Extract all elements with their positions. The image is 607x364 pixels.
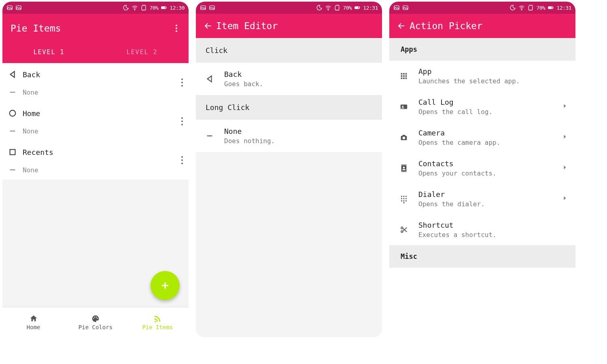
editor-row-long-click-action[interactable]: None Does nothing. — [196, 120, 382, 152]
svg-point-26 — [521, 9, 522, 10]
apps-grid-icon — [397, 72, 411, 80]
svg-point-41 — [403, 137, 405, 139]
dialpad-icon — [397, 195, 411, 203]
item-overflow-button[interactable] — [178, 75, 186, 90]
picker-row-call-log[interactable]: Call LogOpens the call log. — [389, 91, 575, 122]
svg-rect-9 — [10, 150, 15, 155]
picker-row-subtitle: Opens the camera app. — [418, 139, 554, 146]
tab-level-1[interactable]: LEVEL 1 — [2, 43, 96, 63]
svg-rect-45 — [401, 171, 407, 172]
minus-icon — [8, 127, 23, 135]
svg-point-47 — [403, 196, 404, 197]
picker-row-subtitle: Opens the call log. — [418, 108, 554, 116]
app-bar: Item Editor — [196, 14, 382, 38]
editor-row-subtitle: Does nothing. — [224, 137, 275, 145]
pie-item-primary: Back — [23, 70, 40, 79]
svg-point-2 — [134, 9, 135, 10]
status-bar: 70% 12:30 — [2, 2, 189, 14]
svg-rect-44 — [401, 165, 407, 165]
pie-item[interactable]: Home None — [2, 102, 189, 141]
picker-row-app[interactable]: AppLaunches the selected app. — [389, 61, 575, 91]
svg-point-54 — [405, 200, 407, 201]
svg-point-14 — [94, 317, 95, 317]
item-overflow-button[interactable] — [178, 114, 186, 129]
bottom-nav: Home Pie Colors Pie Items — [2, 307, 189, 337]
battery-icon — [161, 4, 167, 11]
page-title: Pie Items — [11, 23, 168, 34]
level-tabs: LEVEL 1 LEVEL 2 — [2, 43, 189, 61]
clock-text: 12:31 — [363, 5, 378, 11]
bottom-nav-home[interactable]: Home — [2, 307, 64, 337]
image-icon — [209, 4, 215, 11]
picker-row-shortcut[interactable]: ShortcutExecutes a shortcut. — [389, 214, 575, 245]
svg-point-19 — [328, 9, 329, 10]
dnd-moon-icon — [123, 4, 129, 11]
svg-rect-28 — [553, 7, 553, 8]
pie-item-primary: Home — [23, 109, 40, 118]
editor-row-title: None — [224, 127, 275, 135]
battery-icon — [354, 4, 361, 11]
minus-icon — [202, 131, 217, 140]
battery-icon — [548, 4, 554, 11]
wifi-icon — [518, 4, 525, 11]
image-icon — [402, 4, 409, 11]
svg-line-58 — [403, 228, 407, 232]
bottom-nav-pie-items[interactable]: Pie Items — [127, 307, 189, 337]
camera-icon — [397, 133, 411, 142]
contacts-icon — [397, 164, 411, 173]
pie-item[interactable]: Recents None — [2, 141, 189, 180]
image-icon — [393, 4, 400, 11]
svg-rect-36 — [401, 78, 403, 79]
sd-card-icon — [527, 4, 534, 11]
sd-card-icon — [334, 4, 340, 11]
screen-action-picker: 70% 12:31 Action Picker Apps AppLaunches… — [389, 2, 575, 337]
status-bar: 70% 12:31 — [196, 2, 382, 14]
svg-point-50 — [403, 198, 404, 199]
svg-rect-22 — [355, 7, 358, 8]
picker-row-title: Camera — [418, 129, 554, 137]
chevron-right-icon — [562, 103, 568, 111]
minus-icon — [8, 88, 23, 97]
sd-card-icon — [140, 4, 147, 11]
bottom-nav-pie-colors[interactable]: Pie Colors — [64, 307, 126, 337]
pie-item-secondary: None — [23, 166, 38, 174]
palette-icon — [91, 314, 100, 323]
chevron-right-icon — [562, 164, 568, 172]
item-overflow-button[interactable] — [178, 153, 186, 167]
arrow-left-icon — [204, 21, 212, 30]
page-title: Action Picker — [410, 21, 571, 31]
pie-item[interactable]: Back None — [2, 63, 189, 102]
svg-rect-33 — [401, 75, 403, 77]
battery-text: 70% — [536, 5, 545, 11]
picker-row-contacts[interactable]: ContactsOpens your contacts. — [389, 153, 575, 184]
picker-row-title: Contacts — [418, 159, 554, 168]
back-button[interactable] — [393, 18, 410, 34]
svg-rect-34 — [403, 75, 405, 77]
back-triangle-icon — [202, 74, 217, 83]
tab-level-2[interactable]: LEVEL 2 — [96, 43, 189, 61]
picker-row-camera[interactable]: CameraOpens the camera app. — [389, 122, 575, 153]
back-triangle-icon — [8, 70, 23, 79]
arrow-left-icon — [397, 21, 406, 30]
picker-row-dialer[interactable]: DialerOpens the dialer. — [389, 184, 575, 214]
bottom-nav-label: Home — [27, 324, 40, 330]
page-title: Item Editor — [216, 21, 378, 31]
svg-rect-35 — [405, 75, 407, 77]
picker-row-subtitle: Executes a shortcut. — [418, 231, 568, 239]
svg-point-16 — [97, 318, 98, 319]
chevron-right-icon — [562, 133, 568, 142]
fab-add-button[interactable] — [151, 271, 180, 300]
svg-point-49 — [401, 198, 402, 199]
back-button[interactable] — [200, 18, 216, 34]
editor-row-subtitle: Goes back. — [224, 80, 263, 88]
overflow-menu-button[interactable] — [168, 20, 185, 36]
dnd-moon-icon — [509, 4, 516, 11]
svg-rect-31 — [403, 73, 405, 75]
editor-row-click-action[interactable]: Back Goes back. — [196, 63, 382, 95]
bottom-nav-label: Pie Items — [142, 324, 173, 330]
minus-icon — [8, 165, 23, 174]
image-icon — [200, 4, 206, 11]
home-circle-icon — [8, 109, 23, 118]
home-icon — [29, 314, 38, 323]
svg-rect-4 — [166, 7, 166, 8]
